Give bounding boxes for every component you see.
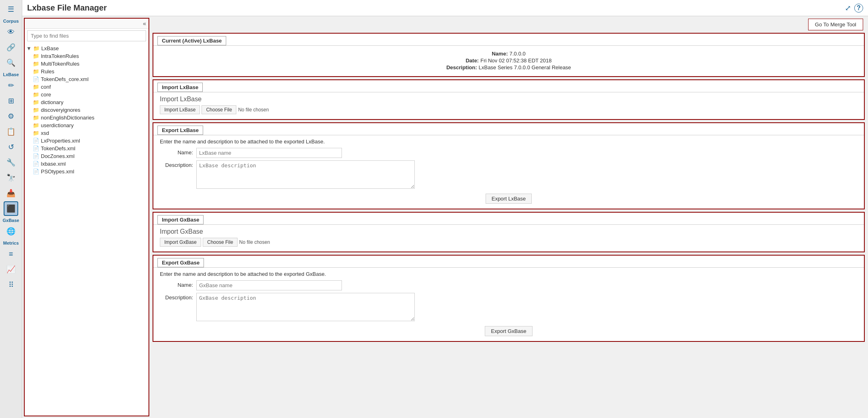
list-item[interactable]: 📁 dictionary (25, 98, 149, 106)
page-title: Lxbase File Manager (27, 3, 107, 13)
list-item[interactable]: 📄 lxbase.xml (25, 160, 149, 168)
choose-file-button-lxbase[interactable]: Choose File (202, 105, 236, 114)
go-to-merge-tool-button[interactable]: Go To Merge Tool (808, 19, 863, 30)
file-tree: ▼ 📁 LxBase 📁 IntraTokenRules 📁 MultiToke… (25, 43, 149, 416)
export-gxbase-tab[interactable]: Export GxBase (157, 258, 204, 267)
export-lxbase-tab[interactable]: Export LxBase (157, 126, 203, 135)
gxbase-section-label: GxBase (3, 218, 19, 223)
title-bar: Lxbase File Manager ⤢ ? (22, 0, 868, 16)
right-panel: Go To Merge Tool Current (Active) LxBase… (151, 16, 868, 418)
import-lxbase-file-row: Import LxBase Choose File No file chosen (160, 105, 857, 114)
sidebar-icon-grid2[interactable]: ⠿ (4, 277, 18, 292)
active-lxbase-tab[interactable]: Current (Active) LxBase (157, 36, 226, 45)
import-gxbase-tab[interactable]: Import GxBase (157, 215, 204, 224)
import-lxbase-card: Import LxBase Import LxBase Import LxBas… (153, 79, 865, 120)
export-lxbase-desc-row: Description: (160, 160, 857, 189)
corpus-section-label: Corpus (3, 19, 19, 23)
list-item[interactable]: 📄 LxProperties.xml (25, 137, 149, 145)
metrics-section-label: Metrics (3, 241, 19, 245)
sidebar-icon-list2[interactable]: ≡ (4, 247, 18, 261)
hamburger-menu-icon[interactable]: ☰ (4, 2, 18, 17)
import-gxbase-title: Import GxBase (160, 228, 857, 235)
export-lxbase-card: Export LxBase Enter the name and descrip… (153, 122, 865, 209)
sidebar-icon-gear[interactable]: ⚙ (4, 109, 18, 124)
list-item[interactable]: 📁 xsd (25, 129, 149, 137)
export-gxbase-name-label: Name: (160, 280, 196, 288)
list-item[interactable]: 📁 core (25, 91, 149, 98)
import-lxbase-title: Import LxBase (160, 96, 857, 103)
export-lxbase-description-label: Description: (160, 160, 196, 168)
export-lxbase-description-input[interactable] (196, 160, 415, 189)
list-item[interactable]: 📄 TokenDefs.xml (25, 145, 149, 152)
sidebar-icon-chart[interactable]: 📈 (4, 262, 18, 277)
sidebar-icon-filemanager[interactable]: ⬛ (4, 201, 18, 216)
list-item[interactable]: 📁 IntraTokenRules (25, 52, 149, 60)
export-lxbase-button[interactable]: Export LxBase (486, 194, 532, 204)
sidebar-icon-import[interactable]: 📥 (4, 186, 18, 200)
sidebar-icon-link[interactable]: 🔗 (4, 40, 18, 55)
export-gxbase-name-input[interactable] (196, 280, 342, 290)
import-gxbase-card: Import GxBase Import GxBase Import GxBas… (153, 212, 865, 252)
list-item[interactable]: 📄 PSOtypes.xml (25, 168, 149, 175)
file-tree-panel: « ▼ 📁 LxBase 📁 IntraTokenRules 📁 (24, 18, 149, 416)
import-gxbase-file-row: Import GxBase Choose File No file chosen (160, 238, 857, 247)
sidebar-icon-edit[interactable]: ✏ (4, 78, 18, 93)
lxbase-section-label: LxBase (3, 72, 19, 77)
list-item[interactable]: 📄 DocZones.xml (25, 152, 149, 160)
no-file-chosen-label-gxbase: No file chosen (239, 239, 270, 245)
sidebar-icon-wrench[interactable]: 🔧 (4, 155, 18, 170)
list-item[interactable]: 📁 conf (25, 83, 149, 91)
expand-icon[interactable]: ⤢ (845, 4, 851, 13)
export-gxbase-card: Export GxBase Enter the name and descrip… (153, 255, 865, 342)
choose-file-button-gxbase[interactable]: Choose File (203, 238, 238, 247)
sidebar-icon-globe[interactable]: 🌐 (4, 224, 18, 239)
export-gxbase-desc-row: Description: (160, 293, 857, 321)
sidebar-icon-scope[interactable]: 🔭 (4, 171, 18, 185)
collapse-tree-icon[interactable]: « (143, 20, 146, 27)
import-lxbase-tab[interactable]: Import LxBase (157, 83, 203, 92)
name-label: Name: (492, 51, 508, 57)
active-lxbase-name: 7.0.0.0 (509, 51, 526, 57)
tree-item-lxbase[interactable]: ▼ 📁 LxBase (25, 45, 149, 52)
list-item[interactable]: 📁 nonEnglishDictionaries (25, 114, 149, 122)
help-icon[interactable]: ? (854, 4, 863, 13)
import-lxbase-button[interactable]: Import LxBase (160, 105, 200, 114)
sidebar-icon-list[interactable]: 📋 (4, 124, 18, 139)
export-lxbase-name-row: Name: (160, 148, 857, 158)
date-label: Date: (466, 58, 479, 64)
export-gxbase-name-row: Name: (160, 280, 857, 290)
sidebar-icon-grid[interactable]: ⊞ (4, 94, 18, 108)
list-item[interactable]: 📄 TokenDefs_core.xml (25, 75, 149, 83)
export-lxbase-name-input[interactable] (196, 148, 342, 158)
sidebar-icon-view[interactable]: 👁 (4, 25, 18, 39)
export-gxbase-button[interactable]: Export GxBase (485, 326, 532, 336)
list-item[interactable]: 📁 discoveryignores (25, 106, 149, 114)
sidebar: ☰ Corpus 👁 🔗 🔍 LxBase ✏ ⊞ ⚙ 📋 ↺ 🔧 🔭 📥 ⬛ … (0, 0, 22, 418)
export-gxbase-description-input[interactable] (196, 293, 415, 321)
active-lxbase-date: Fri Nov 02 07:52:38 EDT 2018 (480, 58, 552, 64)
export-gxbase-description-label: Description: (160, 293, 196, 301)
sidebar-icon-refresh[interactable]: ↺ (4, 140, 18, 154)
active-lxbase-description: LxBase Series 7.0.0.0 General Release (479, 64, 571, 70)
export-lxbase-desc: Enter the name and description to be att… (160, 139, 857, 145)
export-lxbase-name-label: Name: (160, 148, 196, 156)
no-file-chosen-label-lxbase: No file chosen (238, 107, 269, 113)
file-search-input[interactable] (27, 30, 146, 41)
list-item[interactable]: 📁 userdictionary (25, 122, 149, 129)
export-gxbase-desc: Enter the name and description to be att… (160, 271, 857, 277)
sidebar-icon-search[interactable]: 🔍 (4, 55, 18, 70)
list-item[interactable]: 📁 MultiTokenRules (25, 60, 149, 68)
description-label: Description: (446, 64, 477, 70)
list-item[interactable]: 📁 Rules (25, 68, 149, 75)
import-gxbase-button[interactable]: Import GxBase (160, 238, 201, 247)
active-lxbase-card: Current (Active) LxBase Name: 7.0.0.0 Da… (153, 33, 865, 77)
